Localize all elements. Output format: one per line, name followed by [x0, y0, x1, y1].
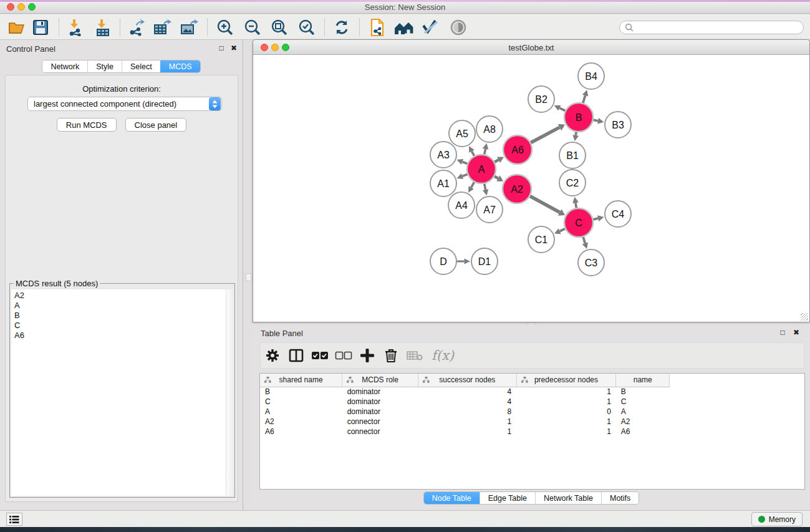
cell-predecessor-nodes[interactable]: 1	[516, 427, 616, 437]
column-chooser-button[interactable]	[284, 345, 308, 366]
export-table-button[interactable]	[152, 18, 173, 37]
cell-predecessor-nodes[interactable]: 1	[516, 417, 616, 427]
cell-shared-name[interactable]: A6	[260, 427, 342, 437]
open-file-button[interactable]	[6, 18, 27, 37]
table-row-a[interactable]: Adominator80A	[260, 407, 804, 417]
cell-shared-name[interactable]: C	[260, 397, 342, 407]
column-header-successor-nodes[interactable]: successor nodes	[418, 374, 516, 387]
table-row-a2[interactable]: A2connector11A2	[260, 417, 804, 427]
cell-name[interactable]: A6	[616, 427, 670, 437]
graph-edge-C-C2[interactable]	[576, 203, 576, 208]
table-row-b[interactable]: Bdominator41B	[260, 387, 804, 397]
zoom-in-button[interactable]	[215, 18, 236, 37]
network-graph[interactable]: B4B2BB3A8A5A6A3B1AC2A1A2A4A7C4CC1DD1C3	[254, 56, 809, 322]
column-header-name[interactable]: name	[616, 374, 670, 387]
graph-edge-A-A1[interactable]	[462, 174, 467, 176]
column-header-MCDS-role[interactable]: MCDS role	[342, 374, 418, 387]
search-field[interactable]	[619, 21, 804, 34]
close-panel-button[interactable]: Close panel	[125, 118, 187, 132]
cell-name[interactable]: A	[616, 407, 670, 417]
import-table-button[interactable]	[92, 18, 113, 37]
run-mcds-button[interactable]: Run MCDS	[57, 118, 117, 132]
tab-select[interactable]: Select	[122, 60, 160, 72]
table-settings-button[interactable]	[261, 345, 284, 366]
float-table-panel-icon[interactable]: □	[778, 328, 788, 337]
export-image-button[interactable]	[178, 18, 200, 37]
close-table-panel-icon[interactable]: ✖	[791, 328, 801, 337]
graph-edge-A-A4[interactable]	[471, 182, 475, 188]
cell-successor-nodes[interactable]: 1	[418, 427, 516, 437]
cell-name[interactable]: A2	[616, 417, 670, 427]
result-item-a6[interactable]: A6	[14, 331, 226, 341]
delete-entry-button[interactable]	[379, 345, 403, 366]
refresh-view-button[interactable]	[331, 18, 352, 37]
cell-name[interactable]: C	[616, 397, 670, 407]
zoom-selected-button[interactable]	[296, 18, 317, 37]
cell-MCDS-role[interactable]: connector	[342, 417, 418, 427]
zoom-fit-button[interactable]	[269, 18, 290, 37]
tab-motifs[interactable]: Motifs	[601, 492, 639, 504]
tab-style[interactable]: Style	[87, 60, 122, 72]
cell-predecessor-nodes[interactable]: 0	[516, 407, 616, 417]
deselect-all-button[interactable]	[332, 345, 355, 366]
result-item-a2[interactable]: A2	[14, 291, 226, 301]
table-row-c[interactable]: Cdominator41C	[260, 397, 804, 407]
graph-edge-A-A8[interactable]	[485, 149, 486, 155]
tab-node-table[interactable]: Node Table	[424, 492, 480, 504]
graph-edge-A-A7[interactable]	[485, 184, 486, 190]
graph-edge-C-C1[interactable]	[560, 229, 565, 231]
cell-MCDS-role[interactable]: dominator	[342, 387, 418, 397]
tab-network[interactable]: Network	[42, 60, 87, 72]
cell-MCDS-role[interactable]: dominator	[342, 397, 418, 407]
tab-edge-table[interactable]: Edge Table	[480, 492, 535, 504]
float-panel-icon[interactable]: □	[216, 44, 226, 52]
tab-mcds[interactable]: MCDS	[160, 60, 200, 72]
mcds-result-list[interactable]: A2ABCA6	[11, 289, 226, 496]
cell-MCDS-role[interactable]: connector	[342, 427, 418, 437]
hide-graphics-details-button[interactable]	[420, 18, 441, 37]
home-layout-button[interactable]	[393, 18, 414, 37]
node-table[interactable]: shared nameMCDS rolesuccessor nodesprede…	[259, 373, 805, 490]
export-network-button[interactable]	[125, 18, 147, 37]
graph-edge-A6-B[interactable]	[531, 127, 559, 143]
cell-shared-name[interactable]: A2	[260, 417, 342, 427]
task-history-button[interactable]	[6, 513, 22, 526]
network-window-titlebar[interactable]: testGlobe.txt	[253, 40, 809, 55]
result-item-b[interactable]: B	[14, 311, 226, 321]
zoom-out-button[interactable]	[242, 18, 263, 37]
search-input[interactable]	[634, 23, 798, 32]
column-header-predecessor-nodes[interactable]: predecessor nodes	[516, 374, 616, 387]
graph-edge-A-A6[interactable]	[494, 160, 498, 162]
vertical-splitter-grip[interactable]	[246, 273, 251, 281]
cell-successor-nodes[interactable]: 1	[418, 417, 516, 427]
graph-edge-B-B4[interactable]	[583, 95, 586, 103]
cell-predecessor-nodes[interactable]: 1	[516, 397, 616, 407]
result-item-c[interactable]: C	[14, 321, 226, 331]
graph-edge-B-B2[interactable]	[559, 108, 565, 110]
graph-edge-B-B1[interactable]	[576, 132, 576, 135]
import-network-button[interactable]	[65, 18, 86, 37]
result-scrollbar[interactable]	[226, 289, 233, 496]
graph-edge-A-A3[interactable]	[462, 162, 467, 163]
criterion-dropdown[interactable]: largest connected component (directed)	[27, 97, 222, 111]
cell-successor-nodes[interactable]: 8	[418, 407, 516, 417]
cell-successor-nodes[interactable]: 4	[418, 387, 516, 397]
cell-name[interactable]: B	[616, 387, 670, 397]
cell-shared-name[interactable]: A	[260, 407, 342, 417]
result-item-a[interactable]: A	[14, 301, 226, 311]
table-row-a6[interactable]: A6connector11A6	[260, 427, 804, 437]
graph-edge-C-C4[interactable]	[593, 218, 598, 220]
select-all-button[interactable]	[308, 345, 332, 366]
graph-edge-C-C3[interactable]	[583, 237, 585, 243]
memory-button[interactable]: Memory	[751, 512, 803, 526]
tab-network-table[interactable]: Network Table	[535, 492, 601, 504]
graph-edge-A-A5[interactable]	[472, 152, 475, 156]
cell-successor-nodes[interactable]: 4	[418, 397, 516, 407]
graph-edge-A-A2[interactable]	[494, 177, 498, 178]
graph-edge-B-B3[interactable]	[594, 120, 598, 120]
save-session-button[interactable]	[30, 18, 51, 37]
new-network-from-selection-button[interactable]	[367, 18, 388, 37]
cell-MCDS-role[interactable]: dominator	[342, 407, 418, 417]
show-view-button[interactable]	[448, 18, 469, 37]
close-panel-icon[interactable]: ✖	[229, 44, 239, 52]
